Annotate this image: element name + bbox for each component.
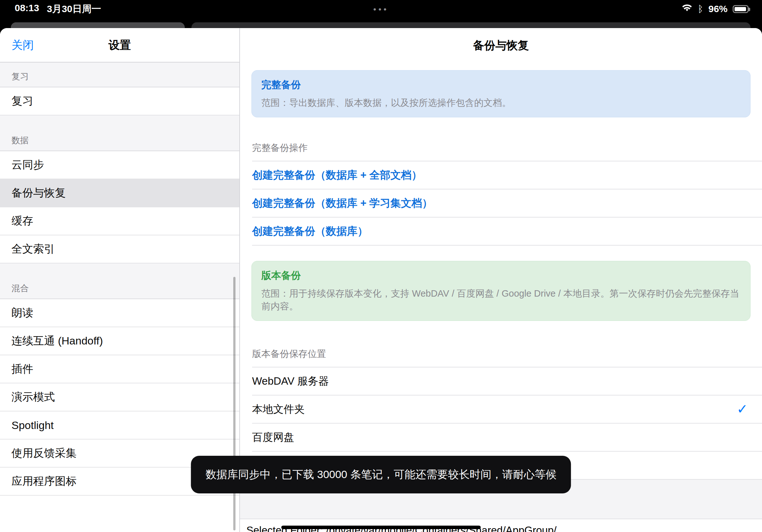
bluetooth-icon: ᛒ — [698, 4, 703, 14]
create-full-backup-db-only-button[interactable]: 创建完整备份（数据库） — [252, 218, 762, 245]
sidebar-item-backup-restore[interactable]: 备份与恢复 — [0, 179, 239, 207]
section-header-full-backup-actions: 完整备份操作 — [252, 142, 750, 154]
section-header-version-backup-location: 版本备份保存位置 — [252, 348, 750, 361]
sidebar-group-header: 数据 — [0, 115, 239, 151]
status-time: 08:13 — [15, 3, 39, 16]
version-backup-card-title: 版本备份 — [261, 269, 741, 282]
status-right: ᛒ 96% — [681, 4, 749, 14]
sidebar-item-spotlight[interactable]: Spotlight — [0, 412, 239, 439]
create-full-backup-db-all-docs-button[interactable]: 创建完整备份（数据库 + 全部文档） — [252, 162, 762, 189]
status-bar: 08:13 3月30日周一 ••• ᛒ 96% — [0, 0, 762, 15]
page-title: 备份与恢复 — [473, 38, 529, 53]
full-backup-actions-list: 创建完整备份（数据库 + 全部文档）创建完整备份（数据库 + 学习集文档）创建完… — [252, 161, 762, 245]
create-full-backup-db-study-docs-button[interactable]: 创建完整备份（数据库 + 学习集文档） — [252, 189, 762, 218]
battery-percent: 96% — [708, 4, 727, 14]
sidebar-header: 关闭 设置 — [0, 28, 239, 62]
sidebar-item-label: 全文索引 — [12, 242, 55, 256]
multitask-dots-icon[interactable]: ••• — [373, 4, 389, 14]
status-left: 08:13 3月30日周一 — [15, 3, 101, 16]
backup-location-webdav[interactable]: WebDAV 服务器 — [252, 367, 762, 395]
sidebar-item-review[interactable]: 复习 — [0, 87, 239, 115]
sidebar-item-label: 朗读 — [12, 305, 33, 320]
sidebar-item-label: Spotlight — [12, 419, 54, 432]
sidebar-item-label: 缓存 — [12, 214, 33, 229]
sidebar-item-label: 备份与恢复 — [12, 186, 66, 200]
sidebar-item-addons[interactable]: 插件 — [0, 355, 239, 383]
wifi-icon — [681, 4, 693, 14]
sidebar-item-label: 应用程序图标 — [12, 474, 77, 489]
full-backup-info-card: 完整备份 范围：导出数据库、版本数据，以及按所选操作包含的文档。 — [252, 70, 750, 117]
sidebar-item-presentation-mode[interactable]: 演示模式 — [0, 383, 239, 412]
sidebar-item-label: 云同步 — [12, 158, 44, 172]
close-button[interactable]: 关闭 — [12, 37, 34, 53]
battery-icon — [733, 5, 749, 13]
home-indicator[interactable] — [281, 526, 481, 529]
settings-title: 设置 — [109, 37, 131, 53]
version-backup-info-card: 版本备份 范围：用于持续保存版本变化，支持 WebDAV / 百度网盘 / Go… — [252, 261, 750, 321]
sync-progress-toast: 数据库同步中，已下载 30000 条笔记，可能还需要较长时间，请耐心等候 — [191, 456, 571, 494]
sidebar-item-speech[interactable]: 朗读 — [0, 299, 239, 327]
backup-location-label: 本地文件夹 — [252, 402, 305, 417]
sidebar-group-header: 复习 — [0, 62, 239, 87]
backup-location-label: 百度网盘 — [252, 430, 294, 445]
backup-location-label: WebDAV 服务器 — [252, 374, 329, 388]
panel-header: 备份与恢复 — [240, 28, 762, 62]
sidebar-item-label: 演示模式 — [12, 390, 55, 404]
sidebar-groups: 复习复习数据云同步备份与恢复缓存全文索引混合朗读连续互通 (Handoff)插件… — [0, 62, 239, 496]
sidebar-item-label: 复习 — [12, 94, 33, 108]
sidebar-group-header: 混合 — [0, 263, 239, 299]
backup-location-local-folder[interactable]: 本地文件夹✓ — [252, 395, 762, 424]
sidebar-item-cloud-sync[interactable]: 云同步 — [0, 151, 239, 179]
sidebar-item-handoff[interactable]: 连续互通 (Handoff) — [0, 327, 239, 355]
sidebar-item-label: 插件 — [12, 362, 33, 376]
status-date: 3月30日周一 — [47, 3, 101, 16]
checkmark-icon: ✓ — [737, 403, 748, 416]
sidebar-item-full-text-index[interactable]: 全文索引 — [0, 235, 239, 263]
full-backup-card-description: 范围：导出数据库、版本数据，以及按所选操作包含的文档。 — [261, 97, 741, 109]
backup-location-baidu-pan[interactable]: 百度网盘 — [252, 424, 762, 452]
sidebar-item-label: 连续互通 (Handoff) — [12, 334, 103, 348]
version-backup-card-description: 范围：用于持续保存版本变化，支持 WebDAV / 百度网盘 / Google … — [261, 287, 741, 313]
sidebar-item-cache[interactable]: 缓存 — [0, 207, 239, 235]
sidebar-item-label: 使用反馈采集 — [12, 446, 77, 461]
full-backup-card-title: 完整备份 — [261, 78, 741, 92]
